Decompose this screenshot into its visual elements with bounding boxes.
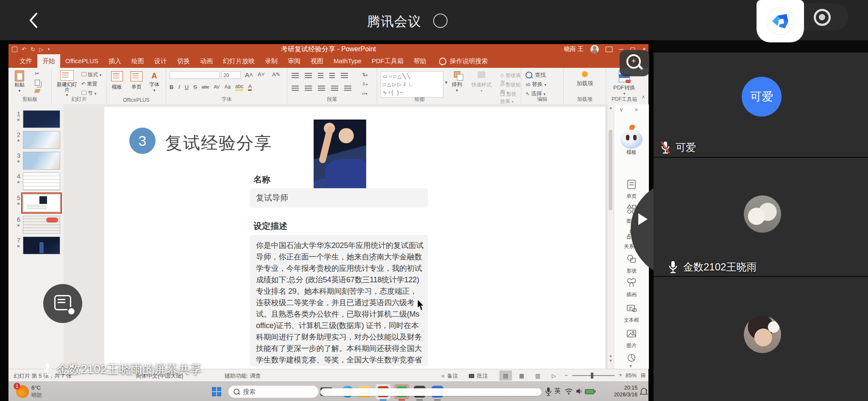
participant-tile-1[interactable]: 可爱 可爱: [654, 53, 868, 157]
underline-button[interactable]: U: [185, 84, 189, 90]
line-spacing-icon[interactable]: [341, 73, 348, 78]
thumb-6[interactable]: [23, 216, 60, 234]
tab-transitions[interactable]: 切换: [172, 54, 195, 68]
cut-button[interactable]: ✂: [35, 70, 39, 77]
thumb-3[interactable]: [23, 152, 60, 170]
tab-pdf-toolbox[interactable]: PDF工具箱: [367, 54, 409, 68]
align-center-icon[interactable]: [305, 86, 312, 91]
participant-tile-3[interactable]: 数学2204王紫惠: [654, 277, 868, 401]
shrink-font-button[interactable]: A˅: [258, 71, 264, 78]
ribbon-display-icon[interactable]: [606, 47, 612, 52]
speaker-icon[interactable]: [576, 388, 583, 395]
shapes-gallery[interactable]: ▭○□△╲╲ □△▷▷⇩∟ ∿≀{ }~: [381, 71, 443, 97]
thumb-2[interactable]: [23, 131, 60, 149]
zoom-slider-handle[interactable]: [591, 373, 593, 379]
thumbnail-row[interactable]: 6★: [14, 216, 60, 234]
description-box[interactable]: 你是中国石油大学华东2025年应用统计的复试面试 导师，你正在面一个学生，她来自…: [250, 235, 428, 366]
fit-slide-button[interactable]: ⊞: [641, 372, 646, 379]
panel-more-icon[interactable]: ▼: [629, 364, 633, 368]
thumb-7[interactable]: [23, 237, 60, 254]
thumbnail-row[interactable]: 1★: [14, 110, 60, 128]
layout-button[interactable]: 版式 ▾: [81, 71, 101, 78]
back-icon[interactable]: [28, 12, 39, 29]
highlight-button[interactable]: abc: [235, 84, 243, 91]
next-slide-icon[interactable]: ▼: [607, 359, 614, 363]
addins-button[interactable]: 加载项: [564, 71, 606, 87]
panel-close-icon[interactable]: ×: [634, 106, 638, 113]
reset-button[interactable]: ↶ 重置: [81, 81, 97, 88]
assistant-logo[interactable]: [757, 0, 804, 42]
comments-button[interactable]: 批注: [469, 372, 488, 380]
reading-view-button[interactable]: ▥: [531, 370, 544, 381]
shapes-scroll[interactable]: ▾: [445, 80, 448, 85]
align-left-icon[interactable]: [292, 86, 299, 91]
thumb-4[interactable]: [23, 173, 60, 190]
replace-button[interactable]: ab 替换 ▾: [526, 81, 546, 88]
paste-button[interactable]: 粘贴 ▾: [14, 70, 25, 93]
copy-icon[interactable]: [35, 80, 40, 86]
tab-review[interactable]: 审阅: [283, 54, 306, 68]
columns-icon[interactable]: [344, 86, 351, 91]
wifi-icon[interactable]: [565, 388, 573, 395]
numbering-icon[interactable]: [305, 73, 312, 78]
slideshow-view-button[interactable]: ▷: [548, 370, 560, 381]
thumb-5[interactable]: [23, 194, 60, 212]
account-name[interactable]: 晓雨 王: [564, 45, 584, 53]
participant-tile-2[interactable]: 金数2102王晓雨: [654, 158, 868, 276]
taskbar-search[interactable]: 搜索: [228, 385, 319, 398]
tray-mic-icon[interactable]: [545, 387, 552, 396]
thumbnail-row[interactable]: 2★: [14, 131, 60, 149]
font-size-input[interactable]: 20: [221, 71, 241, 79]
thumbnail-row[interactable]: 3★: [14, 152, 60, 170]
info-icon[interactable]: [433, 14, 448, 28]
text-direction-button[interactable]: ⇅▾: [362, 72, 367, 78]
panel-item-picture[interactable]: 图片: [614, 328, 649, 349]
scroll-up-icon[interactable]: ▲: [607, 106, 614, 110]
zoom-in-button[interactable]: +: [619, 372, 622, 378]
bullets-icon[interactable]: [292, 73, 299, 78]
tab-mathtype[interactable]: MathType: [328, 54, 367, 68]
thumbnail-row[interactable]: 7★: [14, 237, 60, 254]
zoom-slider[interactable]: [572, 375, 615, 376]
quick-styles-button[interactable]: 快速样式 ▾: [471, 71, 492, 93]
scrollbar-thumb[interactable]: [609, 130, 612, 210]
vertical-scrollbar[interactable]: ▲ ▲ ▼: [607, 104, 614, 369]
font-plus-button[interactable]: A 字体 ▾: [149, 71, 159, 92]
notes-button[interactable]: ≡ 备注: [442, 372, 458, 380]
zoom-out-button[interactable]: −: [565, 372, 568, 379]
tab-slideshow[interactable]: 幻灯片放映: [218, 54, 260, 68]
tab-officeplus[interactable]: OfficePLUS: [60, 54, 103, 68]
font-name-input[interactable]: [170, 71, 220, 79]
windows-start-button[interactable]: [212, 387, 221, 396]
panel-item-template[interactable]: 模板: [614, 126, 649, 156]
grow-font-button[interactable]: A˄: [245, 71, 253, 78]
tab-help[interactable]: 帮助: [409, 54, 431, 68]
template-button[interactable]: 模板: [111, 71, 123, 91]
new-slide-button[interactable]: 新建幻灯片 ▾: [56, 70, 78, 97]
format-painter-icon[interactable]: [34, 89, 41, 93]
accessibility-status[interactable]: 辅助功能: 调查: [225, 372, 261, 380]
clear-format-button[interactable]: A✎: [272, 71, 281, 78]
panel-item-textbox[interactable]: 文本框: [614, 303, 649, 324]
panel-item-chart[interactable]: [614, 353, 649, 365]
shape-effects-button[interactable]: ❏ 形状效果 ▾: [500, 91, 521, 105]
weather-desc[interactable]: 晴朗: [31, 392, 42, 399]
thumbnail-row-selected[interactable]: 5★: [14, 194, 60, 212]
panel-item-illustration[interactable]: 插画: [614, 277, 649, 298]
find-button[interactable]: 查找: [526, 71, 546, 79]
char-spacing-button[interactable]: AV: [214, 84, 220, 89]
normal-view-button[interactable]: ▤: [499, 370, 512, 381]
font-color-button[interactable]: A: [248, 83, 252, 91]
sorter-view-button[interactable]: ▦: [515, 370, 528, 381]
expand-arrow-icon[interactable]: [638, 213, 648, 225]
thumb-1[interactable]: [23, 110, 60, 128]
battery-icon[interactable]: [585, 389, 594, 394]
collapse-ribbon-icon[interactable]: ∧: [642, 94, 645, 100]
italic-button[interactable]: I: [178, 84, 180, 90]
subscript-button[interactable]: abc: [202, 84, 209, 89]
clock[interactable]: 20:15 2026/3/16: [600, 384, 637, 398]
account-avatar[interactable]: [590, 45, 599, 53]
notification-bell-icon[interactable]: [640, 387, 648, 396]
ime-indicator[interactable]: 英: [554, 387, 561, 395]
align-right-icon[interactable]: [318, 86, 325, 91]
